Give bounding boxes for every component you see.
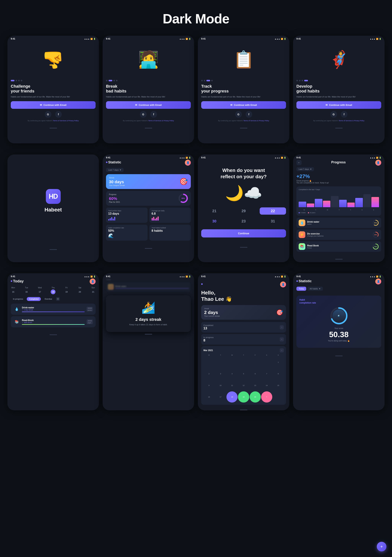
onboard-desc-3: Habits are fundamental part of our life.… <box>201 95 286 98</box>
terms-1: By continuing you agree Habeet's Terms o… <box>11 120 96 122</box>
stat-today-avatar[interactable]: 👤 <box>375 278 381 284</box>
menu-icon[interactable] <box>56 297 60 301</box>
facebook-btn-2[interactable]: f <box>150 111 157 118</box>
hello-streak-card: Streak 2 days Your current streak 🎯 <box>201 305 286 320</box>
prog-label: Progress <box>109 193 120 196</box>
onboard-title-3: Trackyour progress <box>201 84 286 94</box>
onboarding-screen-4: 9:41 ▲▲▲📶🔋 🦸 Developgood habits Habits a… <box>293 36 384 143</box>
book-icon: 📚 <box>299 243 305 250</box>
today-time: 9:41 <box>11 275 15 278</box>
cal-arrow[interactable]: › <box>280 348 284 352</box>
today-title: Today <box>13 279 24 283</box>
statistic-screen: 9:41 ▲▲▲📶🔋 Statistic 👤 Last 7 days ▼ Str… <box>103 155 194 262</box>
social-row-1: G f <box>11 111 96 118</box>
habit-water: 💧 Drink water Detox 57% <box>296 218 381 228</box>
fab-add-button[interactable]: + <box>377 542 386 551</box>
date-21[interactable]: 21 <box>201 207 228 215</box>
progress-filter[interactable]: Last 7 days ▼ <box>296 167 314 171</box>
date-23[interactable]: 23 <box>230 218 257 225</box>
google-btn-1[interactable]: G <box>45 111 51 118</box>
today-book-icon: 📚 <box>13 319 20 325</box>
streak-sub: Your longest streak <box>109 184 125 186</box>
google-btn-3[interactable]: G <box>235 111 242 118</box>
streak-days-sub: Your current streak <box>204 315 220 317</box>
onboard-desc-4: Habits are fundamental part of our life.… <box>296 95 381 98</box>
status-time-2: 9:41 <box>106 38 110 40</box>
home-indicator-stat <box>145 248 152 249</box>
onboard-title-1: Challengeyour friends <box>11 84 96 94</box>
onboard-desc-2: Habits are fundamental part of our life.… <box>106 95 191 98</box>
progress-card: Progress 60% Plan for 2021 60% <box>106 191 191 206</box>
onboard-title-4: Developgood habits <box>296 84 381 94</box>
water-ring: 57% <box>372 220 379 226</box>
stat-avatar[interactable]: 👤 <box>185 160 191 166</box>
home-indicator-today <box>49 334 57 335</box>
google-btn-4[interactable]: G <box>330 111 337 118</box>
today-water-check: ✓ 2-day streak <box>22 309 85 311</box>
streak-notif-time: 9:41 <box>106 275 110 278</box>
completed-arrow[interactable]: › <box>280 325 284 329</box>
score-value: 50.38 <box>299 330 378 339</box>
progress-chart: Completed in the last 7 Days MTWTFSS <box>296 186 381 216</box>
habit-book: 📚 Read Book Focus 70% <box>296 241 381 252</box>
home-indicator-hello <box>240 410 247 410</box>
home-indicator-logo <box>49 249 57 250</box>
continue-btn[interactable]: Continue <box>201 229 286 238</box>
today-book-name: Read-Book <box>22 319 85 322</box>
in-progress-card: In progress 8 › <box>201 334 286 344</box>
continue-email-btn-3[interactable]: ✉ Continue with Email <box>201 101 286 109</box>
stat-status-icons: ▲▲▲📶🔋 <box>179 157 191 159</box>
date-30[interactable]: 30 <box>201 218 228 225</box>
stat-title: Statistic <box>108 160 121 164</box>
stat-today-time: 9:41 <box>296 275 301 278</box>
reflect-status: ▲▲▲📶🔋 <box>275 157 286 159</box>
onboarding-screen-3: 9:41 ▲▲▲📶🔋 📋 Trackyour progress Habits a… <box>198 36 289 143</box>
progress-time: 9:41 <box>296 156 301 159</box>
terms-2: By continuing you agree Habeet's Terms o… <box>106 120 191 122</box>
date-29[interactable]: 29 <box>230 207 257 215</box>
filter-all-habits-btn[interactable]: All habits ▼ <box>307 287 323 291</box>
notif-dot-stat <box>106 162 107 163</box>
today-book-check: ✓ Well done!! <box>22 322 85 323</box>
week-row: Mon 15 Tue 16 Wed 17 Thu 18 Fri 19 <box>11 287 96 294</box>
facebook-btn-3[interactable]: f <box>245 111 252 118</box>
completion-rate-card: Habit completion rate 50% 🌊 <box>106 225 147 241</box>
tab-completed[interactable]: Completed <box>27 297 41 301</box>
dots-4 <box>296 80 381 81</box>
streak-card: Streak 30 days Your longest streak 🎯 <box>106 174 191 189</box>
stat-filter[interactable]: Last 7 days ▼ <box>106 168 124 172</box>
target-icon: 🎯 <box>180 178 188 186</box>
onboarding-screen-1: 9:41 ▲▲▲📶🔋 🤜 👈 Challengeyour friends Hab… <box>8 36 99 143</box>
streak-notification-screen: 9:41 ▲▲▲📶🔋 Today Drink water 🏄 <box>103 273 194 410</box>
date-31[interactable]: 31 <box>260 218 286 225</box>
hello-avatar[interactable]: 👤 <box>280 281 286 287</box>
tab-overdue[interactable]: Overdue <box>42 297 54 301</box>
streak-surfer-emoji: 🏄 <box>110 301 187 314</box>
illustration-3: 📋 <box>201 41 286 78</box>
terms-3: By continuing you agree Habeet's Terms o… <box>201 120 286 122</box>
filter-today-btn[interactable]: Today <box>296 287 306 291</box>
notif-dot-stat-today <box>296 280 298 282</box>
continue-email-btn-4[interactable]: ✉ Continue with Email <box>296 101 381 109</box>
completed-card: Completed 13 › <box>201 322 286 333</box>
today-avatar[interactable]: 👤 <box>90 278 96 284</box>
facebook-btn-4[interactable]: f <box>341 111 347 118</box>
hello-time: 9:41 <box>201 275 206 278</box>
continue-email-btn-1[interactable]: ✉ Continue with Email <box>11 101 96 109</box>
status-icons-3: ▲▲▲📶🔋 <box>275 38 286 40</box>
tab-in-progress[interactable]: In progress <box>11 297 25 301</box>
date-22[interactable]: 22 <box>260 207 286 215</box>
progress-sub: Great progress 🔥You are completed on tra… <box>296 180 381 184</box>
cal-month: Mar 2021 <box>204 349 213 352</box>
continue-email-btn-2[interactable]: ✉ Continue with Email <box>106 101 191 109</box>
progress-avatar[interactable]: 👤 <box>375 160 381 166</box>
reflect-title: When do you wantreflect on your day? <box>220 167 267 180</box>
status-icons-4: ▲▲▲📶🔋 <box>370 38 381 40</box>
google-btn-2[interactable]: G <box>140 111 147 118</box>
facebook-btn-1[interactable]: f <box>55 111 62 118</box>
back-btn[interactable]: ← <box>296 160 302 165</box>
home-indicator-stat-today <box>335 356 343 356</box>
stat-today-status: ▲▲▲📶🔋 <box>370 276 381 278</box>
completion-rate-title: Habitcompletion rate <box>299 299 378 304</box>
in-progress-arrow[interactable]: › <box>280 337 284 341</box>
